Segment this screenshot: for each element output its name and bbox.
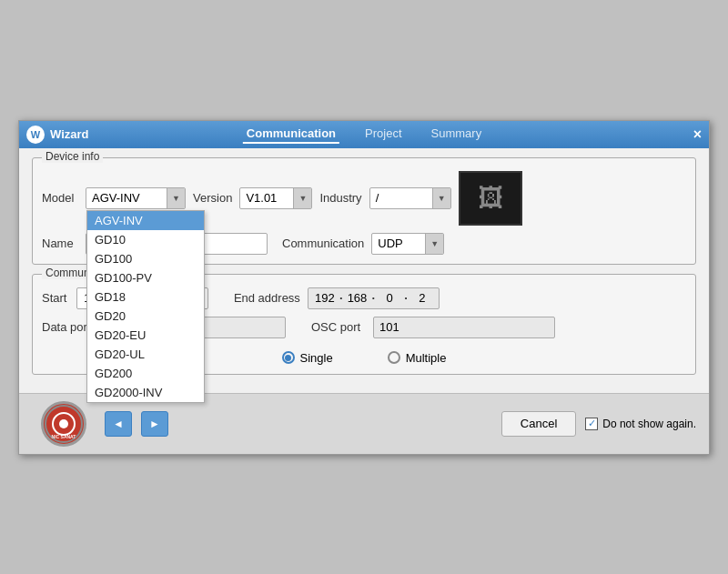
- tab-bar: Communication Project Summary: [243, 125, 485, 144]
- radio-multiple-circle: [388, 351, 400, 364]
- nic-sanat-logo: NIC SANAT: [41, 401, 86, 447]
- dropdown-item-gd20[interactable]: GD20: [87, 307, 204, 326]
- version-dropdown-arrow[interactable]: ▼: [293, 188, 311, 208]
- end-ip-field[interactable]: · · ·: [308, 287, 440, 309]
- logo-svg: NIC SANAT: [44, 404, 84, 444]
- osc-port-label: OSC port: [311, 320, 366, 334]
- osc-port-input[interactable]: [373, 317, 555, 338]
- communication-dropdown[interactable]: UDP ▼: [371, 233, 444, 255]
- end-ip-dot-1: ·: [339, 291, 343, 305]
- name-label: Name: [42, 237, 78, 250]
- dropdown-item-gd200[interactable]: GD200: [87, 364, 204, 383]
- industry-dropdown[interactable]: / ▼: [369, 187, 451, 209]
- end-ip-3[interactable]: [377, 291, 402, 305]
- radio-multiple-label: Multiple: [406, 351, 447, 365]
- end-ip-1[interactable]: [312, 291, 338, 305]
- industry-value: /: [370, 191, 432, 205]
- dropdown-item-gd18[interactable]: GD18: [87, 287, 204, 307]
- version-dropdown[interactable]: V1.01 ▼: [239, 187, 312, 209]
- industry-dropdown-arrow[interactable]: ▼: [432, 188, 450, 208]
- radio-single-inner: [285, 355, 291, 361]
- dropdown-item-gd20ul[interactable]: GD20-UL: [87, 345, 204, 364]
- version-label: Version: [193, 191, 232, 205]
- end-ip-dot-3: ·: [404, 291, 408, 305]
- dialog-title: Wizard: [50, 127, 89, 141]
- dropdown-item-gd100pv[interactable]: GD100-PV: [87, 268, 204, 287]
- dropdown-item-agv-inv[interactable]: AGV-INV: [87, 211, 204, 230]
- dialog-body: Device info Model AGV-INV ▼ AGV-INV GD10…: [19, 148, 709, 393]
- end-label: End address: [234, 291, 300, 305]
- tab-communication[interactable]: Communication: [243, 125, 339, 144]
- device-image: 🖼: [459, 171, 522, 226]
- close-button[interactable]: ×: [693, 125, 702, 145]
- communication-value: UDP: [372, 237, 425, 250]
- industry-label: Industry: [319, 191, 361, 205]
- model-value: AGV-INV: [86, 191, 167, 205]
- logo-area: NIC SANAT: [32, 401, 96, 447]
- dropdown-item-gd100[interactable]: GD100: [87, 249, 204, 268]
- radio-single-circle: [282, 351, 295, 364]
- radio-single-label: Single: [300, 351, 333, 365]
- dropdown-item-gd10[interactable]: GD10: [87, 230, 204, 249]
- do-not-show-option[interactable]: ✓ Do not show again.: [585, 418, 696, 430]
- prev-button[interactable]: ◄: [105, 411, 132, 437]
- model-dropdown-list: AGV-INV GD10 GD100 GD100-PV GD18 GD20 GD…: [86, 210, 205, 403]
- dropdown-item-gd20eu[interactable]: GD20-EU: [87, 326, 204, 345]
- model-dropdown[interactable]: AGV-INV ▼ AGV-INV GD10 GD100 GD100-PV GD…: [86, 187, 186, 209]
- next-button[interactable]: ►: [141, 411, 168, 437]
- device-info-title: Device info: [42, 150, 103, 163]
- svg-text:NIC SANAT: NIC SANAT: [52, 434, 76, 439]
- model-label: Model: [42, 191, 78, 205]
- wizard-dialog: W Wizard Communication Project Summary ×…: [18, 120, 710, 455]
- model-dropdown-arrow[interactable]: ▼: [167, 188, 185, 208]
- device-info-group: Device info Model AGV-INV ▼ AGV-INV GD10…: [32, 157, 696, 265]
- cancel-button[interactable]: Cancel: [501, 411, 576, 437]
- wizard-icon: W: [26, 126, 45, 144]
- end-ip-dot-2: ·: [372, 291, 376, 305]
- do-not-show-checkbox[interactable]: ✓: [585, 418, 598, 430]
- end-ip-4[interactable]: [410, 291, 435, 305]
- tab-project[interactable]: Project: [361, 125, 405, 144]
- radio-single[interactable]: Single: [282, 351, 333, 365]
- title-bar: W Wizard Communication Project Summary ×: [19, 121, 709, 148]
- end-ip-2[interactable]: [345, 291, 370, 305]
- image-placeholder-icon: 🖼: [478, 183, 503, 213]
- communication-dropdown-arrow[interactable]: ▼: [425, 234, 443, 254]
- radio-multiple[interactable]: Multiple: [388, 351, 447, 365]
- svg-point-2: [59, 419, 68, 428]
- version-value: V1.01: [240, 191, 293, 205]
- do-not-show-label: Do not show again.: [602, 418, 696, 430]
- tab-summary[interactable]: Summary: [428, 125, 486, 144]
- communication-label: Communication: [282, 237, 364, 250]
- start-label: Start: [42, 291, 69, 305]
- device-info-row1: Model AGV-INV ▼ AGV-INV GD10 GD100 GD100…: [42, 171, 686, 226]
- dropdown-item-gd2000inv[interactable]: GD2000-INV: [87, 383, 204, 402]
